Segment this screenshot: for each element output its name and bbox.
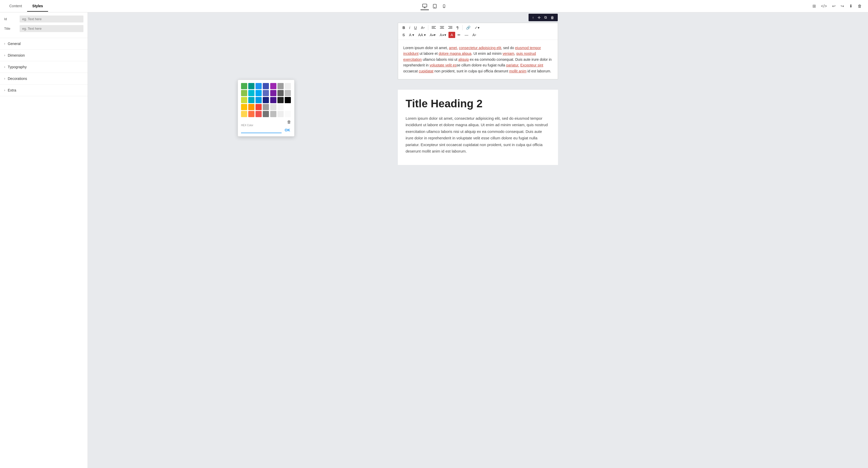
color-delete-btn[interactable]: 🗑 [287, 120, 291, 124]
color-swatch[interactable] [248, 83, 254, 89]
color-swatch[interactable] [277, 111, 284, 117]
color-swatch[interactable] [255, 90, 262, 96]
fontsize-btn[interactable]: A≡ [419, 25, 427, 31]
color-swatch[interactable] [270, 97, 276, 103]
more-btn[interactable]: ✓▾ [473, 25, 481, 31]
highlight-btn[interactable]: A★ ▾ [438, 32, 448, 38]
link-amet[interactable]: amet [449, 46, 457, 50]
link-voluptate[interactable]: voluptate velit es [430, 63, 457, 67]
download-btn[interactable]: ⬇ [847, 3, 855, 9]
bold-btn[interactable]: B [401, 25, 407, 31]
editor-content[interactable]: Lorem ipsum dolor sit amet, amet, consec… [398, 40, 558, 79]
content-section: Title Heading 2 Lorem ipsum dolor sit am… [398, 90, 558, 165]
color-swatch[interactable] [285, 111, 291, 117]
sidebar-item-typography[interactable]: › Typography [0, 61, 88, 73]
link-consectetur[interactable]: consectetur adipisicing elit [459, 46, 501, 50]
link-cupidatat[interactable]: cupidatat [419, 69, 433, 73]
color-swatch[interactable] [255, 111, 262, 117]
hex-ok-btn[interactable]: OK [284, 127, 291, 133]
hex-input-wrapper: HEX Color [241, 125, 282, 133]
svg-point-4 [435, 7, 435, 7]
fontcolor-btn[interactable]: A● ▾ [428, 32, 437, 38]
svg-rect-0 [423, 4, 427, 7]
color-swatch[interactable] [285, 104, 291, 110]
link-aliquip[interactable]: aliquip [458, 57, 469, 62]
align-center-btn[interactable] [438, 25, 446, 30]
redo-btn[interactable]: ↪ [839, 3, 846, 9]
link-veniam[interactable]: veniam [502, 52, 514, 56]
title-input[interactable] [20, 25, 84, 32]
id-input[interactable] [20, 16, 84, 23]
device-tablet-btn[interactable] [431, 3, 439, 10]
fontfamily-btn[interactable]: A ▾ [407, 32, 416, 38]
tab-styles[interactable]: Styles [27, 1, 48, 12]
color-swatch[interactable] [285, 90, 291, 96]
hex-input-area: HEX Color OK [241, 125, 291, 133]
color-swatch[interactable] [255, 97, 262, 103]
code-btn[interactable]: </> [819, 3, 829, 9]
device-mobile-btn[interactable] [441, 3, 447, 10]
underline-btn[interactable]: U [412, 25, 418, 31]
link-mollit[interactable]: mollit anim [509, 69, 526, 73]
color-swatch[interactable] [255, 83, 262, 89]
sidebar-item-general[interactable]: › General [0, 38, 88, 50]
delete-btn[interactable]: 🗑 [856, 3, 864, 9]
color-swatch[interactable] [277, 90, 284, 96]
dash-btn[interactable]: — [463, 32, 470, 38]
float-move-btn[interactable]: ✛ [536, 15, 542, 20]
color-swatch[interactable] [255, 104, 262, 110]
color-swatch[interactable] [285, 83, 291, 89]
editor-toolbar: B i U A≡ ¶i 🔗 [398, 23, 558, 40]
color-swatch[interactable] [270, 83, 276, 89]
color-swatch[interactable] [263, 111, 269, 117]
float-delete-btn[interactable]: 🗑 [549, 15, 556, 20]
eraser-btn[interactable]: ✏ [456, 32, 462, 38]
float-duplicate-btn[interactable]: ⧉ [543, 15, 549, 20]
content-body: Lorem ipsum dolor sit amet, consectetur … [406, 115, 550, 155]
link-dolore[interactable]: dolore magna aliqua [439, 52, 471, 56]
sidebar-item-decorations[interactable]: › Decorations [0, 73, 88, 85]
superscript-btn[interactable]: A2 [471, 32, 478, 38]
text-highlight-btn[interactable]: A [448, 32, 455, 38]
color-swatch[interactable] [241, 97, 247, 103]
color-swatch[interactable] [277, 97, 284, 103]
link-btn[interactable]: 🔗 [464, 25, 472, 31]
color-swatch[interactable] [241, 83, 247, 89]
color-swatch[interactable] [263, 83, 269, 89]
sidebar-item-extra[interactable]: › Extra [0, 85, 88, 96]
color-swatch[interactable] [263, 90, 269, 96]
align-right-btn[interactable] [446, 25, 454, 30]
color-swatch[interactable] [248, 104, 254, 110]
color-swatch[interactable] [270, 104, 276, 110]
strikethrough-btn[interactable]: S [401, 32, 407, 38]
color-swatch[interactable] [248, 97, 254, 103]
italic-btn[interactable]: i [407, 25, 412, 31]
topbar-tabs: Content Styles [4, 1, 48, 12]
color-swatch[interactable] [270, 111, 276, 117]
device-desktop-btn[interactable] [421, 2, 429, 10]
grid-btn[interactable]: ⊞ [810, 3, 818, 9]
color-swatch[interactable] [263, 104, 269, 110]
align-left-btn[interactable] [430, 25, 438, 30]
link-excepteur[interactable]: Excepteur sint [520, 63, 543, 67]
color-swatch[interactable] [277, 104, 284, 110]
undo-btn[interactable]: ↩ [830, 3, 838, 9]
color-swatch[interactable] [263, 97, 269, 103]
svg-point-6 [444, 7, 444, 7]
hex-color-input[interactable] [241, 127, 282, 133]
color-swatch[interactable] [241, 104, 247, 110]
sidebar-item-dimension[interactable]: › Dimension [0, 50, 88, 61]
color-swatch[interactable] [277, 83, 284, 89]
float-move-up-btn[interactable]: ↑ [531, 15, 535, 20]
tab-content[interactable]: Content [4, 1, 27, 12]
color-swatch[interactable] [285, 97, 291, 103]
fontsize2-btn[interactable]: AA ▾ [416, 32, 428, 38]
color-swatch[interactable] [241, 90, 247, 96]
color-swatch[interactable] [270, 90, 276, 96]
paragraph-btn[interactable]: ¶i [455, 25, 461, 31]
color-swatch[interactable] [248, 90, 254, 96]
toolbar-row-1: B i U A≡ ¶i 🔗 [401, 25, 555, 31]
link-pariatur[interactable]: pariatur. [506, 63, 519, 67]
color-swatch[interactable] [248, 111, 254, 117]
color-swatch[interactable] [241, 111, 247, 117]
